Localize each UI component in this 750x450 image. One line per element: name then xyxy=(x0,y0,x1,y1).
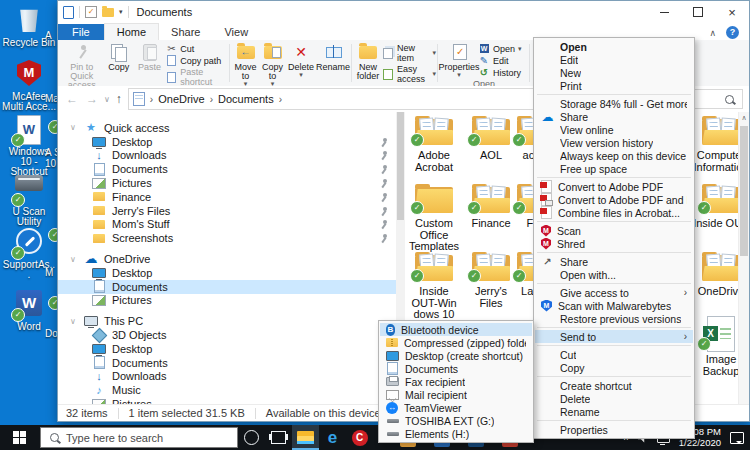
sidebar-item-desktop[interactable]: Desktop xyxy=(58,266,396,280)
context-menu-item-send-to[interactable]: Send to› xyxy=(535,330,693,343)
new-folder-button[interactable]: New folder xyxy=(354,41,382,82)
cortana-button[interactable] xyxy=(238,425,265,450)
context-menu-item-cut[interactable]: Cut xyxy=(535,348,693,361)
sidebar-item-mom-s-stuff[interactable]: Mom's Stuff xyxy=(58,218,396,232)
sidebar-item-pictures[interactable]: Pictures xyxy=(58,294,396,308)
context-menu-item-copy[interactable]: Copy xyxy=(535,361,693,374)
context-menu-item-restore-previous-versions[interactable]: Restore previous versions xyxy=(535,312,693,325)
back-button[interactable]: ← xyxy=(64,92,80,106)
context-menu-item-shred[interactable]: Shred xyxy=(535,237,693,250)
tab-share[interactable]: Share xyxy=(159,24,212,40)
qat-properties-icon[interactable] xyxy=(85,6,97,18)
send-to-item-mail-recipient[interactable]: Mail recipient xyxy=(380,388,532,401)
context-menu-item-create-shortcut[interactable]: Create shortcut xyxy=(535,379,693,392)
context-menu-item-convert-to-adobe-pdf[interactable]: Convert to Adobe PDF xyxy=(535,180,693,193)
context-menu-item-delete[interactable]: Delete xyxy=(535,392,693,405)
ccleaner-taskbar-button[interactable] xyxy=(346,425,373,450)
edge-taskbar-button[interactable]: e xyxy=(319,425,346,450)
close-button[interactable]: × xyxy=(715,1,749,23)
sidebar-item-pictures[interactable]: Pictures xyxy=(58,176,396,190)
sidebar-item-documents[interactable]: Documents xyxy=(58,162,396,176)
send-to-item-desktop-create-shortcut-[interactable]: Desktop (create shortcut) xyxy=(380,349,532,362)
easy-access-button[interactable]: Easy access xyxy=(382,64,436,84)
taskbar-search[interactable]: Type here to search xyxy=(40,427,238,448)
context-menu-item-combine-files-in-acrobat-[interactable]: Combine files in Acrobat... xyxy=(535,206,693,219)
scrollbar-thumb[interactable] xyxy=(740,126,748,256)
tab-home[interactable]: Home xyxy=(104,23,159,40)
paste-shortcut-button[interactable]: Paste shortcut xyxy=(165,67,228,87)
sidebar-item-jerry-s-files[interactable]: Jerry's Files xyxy=(58,204,396,218)
desktop-icon-recycle-bin[interactable]: Recycle Bin xyxy=(2,4,56,48)
desktop-icon-word[interactable]: Word xyxy=(2,288,56,332)
properties-button[interactable]: Properties xyxy=(440,41,478,79)
context-menu-item-scan[interactable]: Scan xyxy=(535,224,693,237)
move-to-button[interactable]: Move to xyxy=(232,41,259,88)
file-list-scrollbar[interactable]: ∧ xyxy=(738,112,749,404)
pin-to-quick-access-button[interactable]: Pin to Quick access xyxy=(60,41,104,91)
up-button[interactable]: ↑ xyxy=(114,92,124,106)
start-button[interactable] xyxy=(0,425,40,450)
context-menu-item-rename[interactable]: Rename xyxy=(535,405,693,418)
sidebar-item-downloads[interactable]: Downloads xyxy=(58,149,396,163)
copy-button[interactable]: Copy xyxy=(104,41,134,73)
collapse-ribbon-icon[interactable]: ∧ xyxy=(709,28,716,38)
context-menu-item-storage-84-full-get-more[interactable]: Storage 84% full - Get more xyxy=(535,97,693,110)
file-explorer-taskbar-button[interactable] xyxy=(292,425,319,450)
tab-file[interactable]: File xyxy=(58,24,104,40)
rename-button[interactable]: Rename xyxy=(316,41,350,73)
scrollbar-thumb[interactable] xyxy=(397,112,404,220)
sidebar-item-quick-access[interactable]: ∨Quick access xyxy=(58,121,396,135)
recent-locations-dropdown-icon[interactable]: ∨ xyxy=(104,95,110,104)
edit-button[interactable]: Edit xyxy=(478,55,522,66)
sidebar-item-finance[interactable]: Finance xyxy=(58,190,396,204)
send-to-item-teamviewer[interactable]: TeamViewer xyxy=(380,401,532,414)
title-bar[interactable]: ▾ Documents × xyxy=(58,1,749,23)
scrollbar-up-arrow[interactable]: ∧ xyxy=(739,112,749,124)
minimize-button[interactable] xyxy=(647,1,681,23)
sidebar-item-desktop[interactable]: Desktop xyxy=(58,135,396,149)
file-item-adobe-acrobat[interactable]: Adobe Acrobat xyxy=(406,112,462,173)
context-menu-item-convert-to-adobe-pdf-and-email[interactable]: Convert to Adobe PDF and EMail xyxy=(535,193,693,206)
sidebar-item-music[interactable]: Music xyxy=(58,383,396,397)
open-button[interactable]: Open xyxy=(478,43,522,54)
sidebar-item-this-pc[interactable]: ∨This PC xyxy=(58,314,396,328)
tab-view[interactable]: View xyxy=(212,24,260,40)
history-button[interactable]: History xyxy=(478,67,522,78)
help-icon[interactable]: ? xyxy=(726,26,739,39)
breadcrumb-item-documents[interactable]: Documents xyxy=(218,93,274,105)
context-menu-item-print[interactable]: Print xyxy=(535,79,693,92)
forward-button[interactable]: → xyxy=(84,92,100,106)
copy-to-button[interactable]: Copy to xyxy=(259,41,286,88)
sidebar-item-screenshots[interactable]: Screenshots xyxy=(58,231,396,245)
context-menu-item-open-with-[interactable]: Open with... xyxy=(535,268,693,281)
expand-chevron-icon[interactable]: ∨ xyxy=(68,255,78,264)
file-item-inside-out-win-dows-10[interactable]: Inside OUT-Win dows 10 xyxy=(406,248,462,321)
context-menu-item-share[interactable]: Share xyxy=(535,255,693,268)
cut-button[interactable]: Cut xyxy=(165,43,228,54)
copy-path-button[interactable]: Copy path xyxy=(165,55,228,66)
maximize-button[interactable] xyxy=(681,1,715,23)
qat-new-folder-icon[interactable] xyxy=(102,8,114,17)
expand-chevron-icon[interactable]: ∨ xyxy=(68,123,78,132)
context-menu-item-share[interactable]: Share xyxy=(535,110,693,123)
sidebar-item-documents[interactable]: Documents xyxy=(58,356,396,370)
paste-button[interactable]: Paste xyxy=(134,41,166,73)
context-menu-item-view-version-history[interactable]: View version history xyxy=(535,136,693,149)
send-to-item-elements-h-[interactable]: Elements (H:) xyxy=(380,427,532,440)
send-to-item-documents[interactable]: Documents xyxy=(380,362,532,375)
context-menu-item-edit[interactable]: Edit xyxy=(535,53,693,66)
sidebar-item-3d-objects[interactable]: 3D Objects xyxy=(58,328,396,342)
file-properties-icon[interactable] xyxy=(63,6,74,19)
context-menu-item-view-online[interactable]: View online xyxy=(535,123,693,136)
sidebar-item-documents[interactable]: Documents xyxy=(58,280,396,294)
sidebar-item-pictures[interactable]: Pictures xyxy=(58,397,396,404)
send-to-item-bluetooth-device[interactable]: Bluetooth device xyxy=(380,323,532,336)
file-item-custom-office-templates[interactable]: Custom Office Templates xyxy=(406,180,462,253)
desktop-icon-u-scan-utility[interactable]: U Scan Utility xyxy=(2,168,56,227)
context-menu-item-always-keep-on-this-device[interactable]: Always keep on this device xyxy=(535,149,693,162)
qat-customize-dropdown-icon[interactable]: ▾ xyxy=(119,8,123,16)
task-view-button[interactable] xyxy=(265,425,292,450)
breadcrumb-item-onedrive[interactable]: OneDrive xyxy=(158,93,204,105)
send-to-item-toshiba-ext-g-[interactable]: TOSHIBA EXT (G:) xyxy=(380,414,532,427)
action-center-icon[interactable] xyxy=(730,432,744,444)
